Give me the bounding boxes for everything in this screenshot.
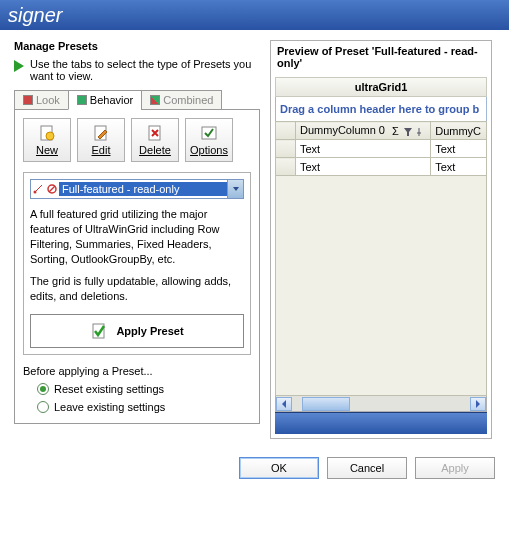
horizontal-scrollbar[interactable] xyxy=(275,396,487,412)
manage-presets-title: Manage Presets xyxy=(14,40,260,52)
column-label: DummyColumn 0 xyxy=(300,124,385,136)
preset-dropdown-button[interactable] xyxy=(227,180,243,198)
options-button[interactable]: Options xyxy=(185,118,233,162)
column-header[interactable]: DummyC xyxy=(431,122,487,140)
grid-empty-area xyxy=(275,176,487,396)
scroll-right-button[interactable] xyxy=(470,397,486,411)
delete-button[interactable]: Delete xyxy=(131,118,179,162)
edit-label: Edit xyxy=(92,144,111,156)
radio-leave[interactable]: Leave existing settings xyxy=(37,401,251,413)
grid-cell[interactable]: Text xyxy=(296,140,431,158)
radio-icon xyxy=(37,401,49,413)
apply-button: Apply xyxy=(415,457,495,479)
svg-line-7 xyxy=(49,186,55,192)
row-header[interactable] xyxy=(276,140,296,158)
new-label: New xyxy=(36,144,58,156)
cancel-button[interactable]: Cancel xyxy=(327,457,407,479)
preset-tabs: Look Behavior Combined xyxy=(14,90,260,110)
preset-selector[interactable]: Full-featured - read-only xyxy=(30,179,244,199)
column-header[interactable]: DummyColumn 0 Σ xyxy=(296,122,431,140)
no-icon xyxy=(47,184,57,194)
chevron-left-icon xyxy=(281,400,287,408)
scroll-thumb[interactable] xyxy=(302,397,350,411)
preview-grid[interactable]: DummyColumn 0 Σ DummyC TextText TextText xyxy=(275,121,487,176)
pin-icon[interactable] xyxy=(414,127,424,137)
row-header-corner xyxy=(276,122,296,140)
radio-reset-label: Reset existing settings xyxy=(54,383,164,395)
tab-look[interactable]: Look xyxy=(14,90,69,110)
apply-icon xyxy=(90,322,108,340)
preview-panel: Preview of Preset 'Full-featured - read-… xyxy=(270,40,492,439)
play-icon xyxy=(14,60,24,72)
grid-cell[interactable]: Text xyxy=(431,140,487,158)
grid-cell[interactable]: Text xyxy=(431,158,487,176)
hint-text: Use the tabs to select the type of Prese… xyxy=(30,58,260,82)
radio-reset[interactable]: Reset existing settings xyxy=(37,383,251,395)
radio-icon xyxy=(37,383,49,395)
preset-desc-2: The grid is fully updatable, allowing ad… xyxy=(30,274,244,304)
grid-cell[interactable]: Text xyxy=(296,158,431,176)
pin-icon xyxy=(33,184,43,194)
delete-label: Delete xyxy=(139,144,171,156)
edit-button[interactable]: Edit xyxy=(77,118,125,162)
grid-caption: ultraGrid1 xyxy=(275,77,487,97)
options-icon xyxy=(200,124,218,142)
manage-presets-panel: Manage Presets Use the tabs to select th… xyxy=(14,40,260,439)
chevron-down-icon xyxy=(232,185,240,193)
preview-title: Preview of Preset 'Full-featured - read-… xyxy=(271,41,491,73)
svg-point-1 xyxy=(46,132,54,140)
row-header[interactable] xyxy=(276,158,296,176)
chevron-right-icon xyxy=(475,400,481,408)
scroll-left-button[interactable] xyxy=(276,397,292,411)
radio-leave-label: Leave existing settings xyxy=(54,401,165,413)
title-bar: signer xyxy=(0,0,509,30)
tab-combined-label: Combined xyxy=(163,94,213,106)
delete-icon xyxy=(146,124,164,142)
options-label: Options xyxy=(190,144,228,156)
tab-look-label: Look xyxy=(36,94,60,106)
preset-desc-1: A full featured grid utilizing the major… xyxy=(30,207,244,266)
preset-toolbar: New Edit Delete Options xyxy=(23,118,251,162)
tab-behavior-label: Behavior xyxy=(90,94,133,106)
dialog-buttons: OK Cancel Apply xyxy=(0,449,509,487)
before-apply-label: Before applying a Preset... xyxy=(23,365,251,377)
grid-footer xyxy=(275,412,487,434)
preset-selected-text: Full-featured - read-only xyxy=(59,182,227,196)
filter-icon[interactable] xyxy=(403,127,413,137)
apply-preset-button[interactable]: Apply Preset xyxy=(30,314,244,348)
svg-text:Σ: Σ xyxy=(392,127,399,137)
group-by-area[interactable]: Drag a column header here to group b xyxy=(275,97,487,121)
ok-button[interactable]: OK xyxy=(239,457,319,479)
new-button[interactable]: New xyxy=(23,118,71,162)
apply-preset-label: Apply Preset xyxy=(116,325,183,337)
new-icon xyxy=(38,124,56,142)
sigma-icon[interactable]: Σ xyxy=(392,127,402,137)
svg-point-5 xyxy=(34,191,37,194)
tab-behavior[interactable]: Behavior xyxy=(68,90,142,110)
column-label: DummyC xyxy=(435,125,481,137)
edit-icon xyxy=(92,124,110,142)
tab-combined[interactable]: Combined xyxy=(141,90,222,110)
